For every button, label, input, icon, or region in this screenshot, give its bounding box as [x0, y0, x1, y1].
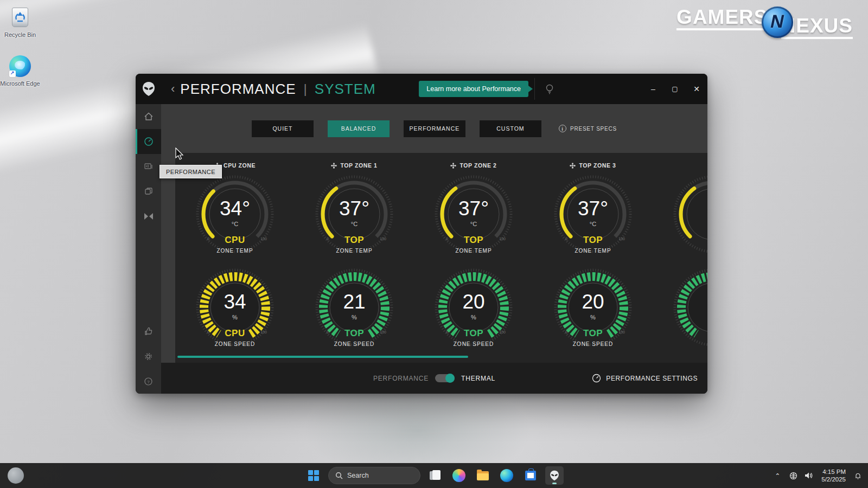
speed-unit: %: [590, 314, 596, 320]
preset-button-quiet[interactable]: QUIET: [252, 120, 314, 137]
speed-gauge: 34 % 0 100 CPU ZONE SPEED: [194, 267, 276, 348]
preset-button-balanced[interactable]: BALANCED: [328, 120, 390, 137]
learn-more-tooltip: Learn more about Performance: [419, 81, 528, 97]
desktop-icon-edge[interactable]: Microsoft Edge: [0, 54, 43, 87]
zone-label: CPU: [194, 235, 276, 246]
minimize-button[interactable]: –: [642, 78, 664, 100]
lightbulb-icon[interactable]: [542, 82, 557, 97]
zone-label: TOP: [314, 235, 395, 246]
toggle-label-thermal: THERMAL: [461, 375, 495, 382]
zone-sublabel: ZONE SPEED: [194, 341, 276, 347]
zone-header: TOP ZONE 1: [331, 158, 377, 172]
page-subtitle: SYSTEM: [315, 81, 376, 98]
thermal-panel: CPU ZONE: [175, 153, 707, 363]
sidebar-item-library[interactable]: [136, 154, 161, 179]
shortcut-arrow-icon: [9, 70, 16, 77]
edge-icon: [500, 469, 513, 482]
copilot-icon: [452, 469, 465, 482]
zone-name: TOP ZONE 3: [579, 162, 616, 169]
store-icon: [525, 471, 536, 480]
sidebar-item-games[interactable]: [136, 179, 161, 204]
temp-unit: °C: [232, 221, 238, 227]
sidebar-item-settings[interactable]: [136, 344, 161, 369]
preset-button-performance[interactable]: PERFORMANCE: [404, 120, 465, 137]
sidebar-item-home[interactable]: [136, 104, 161, 129]
clock[interactable]: 4:15 PM 5/2/2025: [821, 468, 846, 483]
sidebar-item-feedback[interactable]: [136, 319, 161, 344]
sidebar-item-media[interactable]: [136, 204, 161, 229]
view-toggle[interactable]: PERFORMANCE THERMAL: [373, 374, 495, 382]
network-icon[interactable]: [788, 470, 799, 481]
sidebar: ? PERFORMANCE: [136, 104, 161, 394]
titlebar[interactable]: ‹ PERFORMANCE | SYSTEM Learn more about …: [136, 74, 707, 104]
speedometer-icon: [592, 374, 601, 383]
tray-chevron-icon[interactable]: ⌃: [772, 471, 783, 481]
desktop-icon-recycle-bin[interactable]: Recycle Bin: [0, 5, 43, 38]
light-streak: [0, 0, 297, 42]
command-center-taskbar-button[interactable]: [545, 466, 564, 485]
gamersnexus-logo-icon: [762, 7, 793, 38]
back-button[interactable]: ‹: [171, 84, 175, 94]
speed-unit: %: [471, 314, 476, 320]
task-view-button[interactable]: [426, 466, 444, 485]
zone-column-partial: [653, 153, 707, 359]
zone-sublabel: ZONE TEMP: [194, 248, 276, 254]
zone-sublabel: ZONE SPEED: [433, 341, 514, 347]
temp-gauge: 34° °C 0 100 CPU ZONE TEMP: [194, 174, 276, 255]
alienware-command-center-window: ‹ PERFORMANCE | SYSTEM Learn more about …: [136, 74, 707, 394]
store-button[interactable]: [521, 466, 540, 485]
widgets-icon[interactable]: [8, 467, 24, 484]
copilot-button[interactable]: [450, 466, 468, 485]
temp-value: 37°: [458, 198, 489, 219]
zone-label: CPU: [194, 328, 276, 339]
search-placeholder: Search: [347, 472, 369, 479]
zone-label: TOP: [552, 328, 634, 339]
zone-column: TOP ZONE 2: [414, 153, 533, 359]
preset-button-custom[interactable]: CUSTOM: [480, 120, 541, 137]
sidebar-tooltip: PERFORMANCE: [159, 165, 222, 178]
speed-unit: %: [232, 314, 238, 320]
desktop: Recycle Bin Microsoft Edge GAMERS NEXUS …: [0, 0, 868, 488]
temp-value: 34°: [220, 198, 250, 219]
desktop-icon-label: Microsoft Edge: [0, 80, 43, 87]
search-input[interactable]: Search: [328, 467, 420, 484]
edge-button[interactable]: [497, 466, 516, 485]
speed-unit: %: [352, 314, 357, 320]
zone-sublabel: ZONE SPEED: [314, 341, 395, 347]
temp-gauge: 37° °C 0 100 TOP ZONE TEMP: [314, 174, 395, 255]
main-content: QUIET BALANCED PERFORMANCE CUSTOM i PRES…: [161, 104, 707, 394]
preset-specs-label: PRESET SPECS: [570, 126, 617, 132]
zone-column: TOP ZONE 1: [295, 153, 414, 359]
zone-column: CPU ZONE: [175, 153, 295, 359]
sidebar-item-help[interactable]: ?: [136, 369, 161, 394]
maximize-button[interactable]: ▢: [664, 78, 686, 100]
close-button[interactable]: ✕: [686, 78, 707, 100]
performance-settings-button[interactable]: PERFORMANCE SETTINGS: [592, 374, 698, 383]
start-button[interactable]: [304, 466, 323, 485]
edge-icon: [8, 54, 32, 78]
speed-gauge: 20 % 0 100 TOP ZONE SPEED: [433, 267, 514, 348]
zone-name: CPU ZONE: [224, 162, 256, 169]
speed-value: 20: [582, 292, 604, 312]
window-controls: – ▢ ✕: [642, 74, 707, 104]
file-explorer-button[interactable]: [474, 466, 492, 485]
time-label: 4:15 PM: [821, 468, 846, 476]
temp-gauge: 37° °C 0 100 TOP ZONE TEMP: [552, 174, 634, 255]
horizontal-scrollbar[interactable]: [177, 356, 468, 358]
preset-specs[interactable]: i PRESET SPECS: [559, 125, 617, 132]
zone-sublabel: ZONE SPEED: [552, 341, 634, 347]
speed-value: 20: [462, 292, 484, 312]
info-icon: i: [559, 125, 566, 132]
temp-gauge: 37° °C 0 100 TOP ZONE TEMP: [433, 174, 514, 255]
alienware-icon: [549, 470, 560, 481]
volume-icon[interactable]: [803, 470, 814, 481]
notification-icon[interactable]: [853, 471, 863, 480]
system-tray: ⌃ 4:15 PM 5/2/2025: [772, 463, 863, 488]
date-label: 5/2/2025: [821, 476, 846, 483]
performance-settings-label: PERFORMANCE SETTINGS: [606, 375, 698, 382]
watermark-text: GAMERS: [676, 7, 768, 30]
sidebar-item-performance[interactable]: [136, 129, 161, 154]
windows-logo-icon: [308, 470, 319, 481]
performance-thermal-switch[interactable]: [435, 374, 455, 382]
search-icon: [335, 472, 343, 479]
